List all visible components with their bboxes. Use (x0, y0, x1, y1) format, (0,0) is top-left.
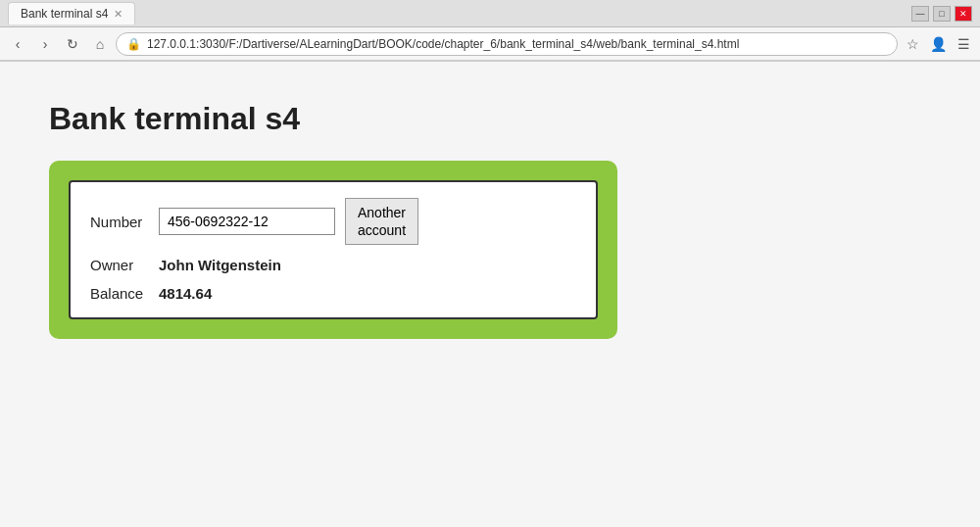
another-account-button[interactable]: Another account (345, 198, 418, 245)
balance-label: Balance (90, 285, 149, 302)
tab-close-icon[interactable]: ✕ (114, 8, 122, 21)
url-text: 127.0.0.1:3030/F:/Dartiverse/ALearningDa… (147, 37, 739, 51)
page-content: Bank terminal s4 Number Another account … (0, 62, 980, 527)
tab-title: Bank terminal s4 (21, 7, 108, 21)
number-label: Number (90, 214, 149, 230)
refresh-button[interactable]: ↻ (61, 32, 84, 56)
security-icon: 🔒 (126, 37, 141, 51)
green-panel: Number Another account Owner John Witgen… (49, 161, 617, 339)
nav-icons: ☆ 👤 ☰ (902, 33, 974, 55)
close-button[interactable]: ✕ (955, 6, 972, 22)
title-bar: Bank terminal s4 ✕ — □ ✕ (0, 0, 980, 27)
balance-value: 4814.64 (159, 285, 212, 302)
number-input[interactable] (159, 208, 335, 235)
account-box: Number Another account Owner John Witgen… (69, 180, 598, 319)
menu-icon[interactable]: ☰ (953, 33, 974, 55)
owner-label: Owner (90, 257, 149, 273)
back-button[interactable]: ‹ (6, 32, 29, 56)
owner-value: John Witgenstein (159, 257, 281, 273)
nav-bar: ‹ › ↻ ⌂ 🔒 127.0.0.1:3030/F:/Dartiverse/A… (0, 27, 980, 61)
owner-row: Owner John Witgenstein (90, 257, 576, 273)
forward-button[interactable]: › (33, 32, 57, 56)
profile-icon[interactable]: 👤 (927, 33, 949, 55)
bookmark-icon[interactable]: ☆ (902, 33, 923, 55)
maximize-button[interactable]: □ (933, 6, 951, 22)
balance-row: Balance 4814.64 (90, 285, 576, 302)
number-row: Number Another account (90, 198, 576, 245)
browser-chrome: Bank terminal s4 ✕ — □ ✕ ‹ › ↻ ⌂ 🔒 127.0… (0, 0, 980, 62)
home-button[interactable]: ⌂ (88, 32, 112, 56)
browser-tab[interactable]: Bank terminal s4 ✕ (8, 2, 135, 24)
minimize-button[interactable]: — (911, 6, 929, 22)
page-title: Bank terminal s4 (49, 101, 931, 137)
window-controls: — □ ✕ (911, 6, 972, 22)
url-bar[interactable]: 🔒 127.0.0.1:3030/F:/Dartiverse/ALearning… (116, 32, 898, 56)
